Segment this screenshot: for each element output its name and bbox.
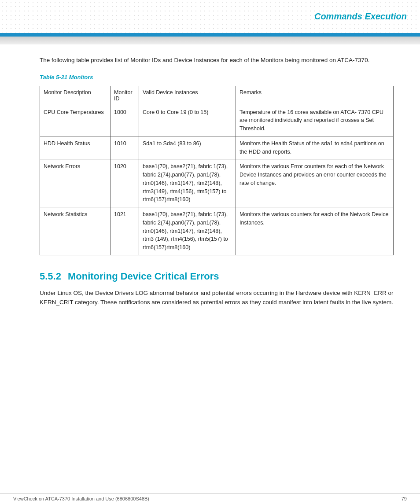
- page-title-area: Commands Execution: [314, 0, 420, 33]
- table-row: CPU Core Temperatures 1000 Core 0 to Cor…: [40, 105, 394, 136]
- intro-text: The following table provides list of Mon…: [40, 55, 394, 65]
- row3-valid-instances: base1(70), base2(71), fabric 1(73), fabr…: [139, 159, 236, 207]
- table-row: Network Statistics 1021 base1(70), base2…: [40, 207, 394, 255]
- section-number: 5.5.2: [40, 271, 61, 282]
- row3-description: Network Errors: [40, 159, 111, 207]
- main-content: The following table provides list of Mon…: [0, 47, 420, 325]
- row4-description: Network Statistics: [40, 207, 111, 255]
- table-caption: Table 5-21 Monitors: [40, 74, 394, 81]
- row1-monitor-id: 1000: [111, 105, 139, 136]
- row1-description: CPU Core Temperatures: [40, 105, 111, 136]
- row4-monitor-id: 1021: [111, 207, 139, 255]
- table-row: HDD Health Status 1010 Sda1 to Sda4 (83 …: [40, 136, 394, 159]
- footer: ViewCheck on ATCA-7370 Installation and …: [0, 493, 420, 504]
- header-pattern: Commands Execution: [0, 0, 420, 33]
- page-title: Commands Execution: [314, 11, 407, 22]
- row4-valid-instances: base1(70), base2(71), fabric 1(73), fabr…: [139, 207, 236, 255]
- section-title: Monitoring Device Critical Errors: [68, 271, 219, 282]
- row3-monitor-id: 1020: [111, 159, 139, 207]
- table-row: Network Errors 1020 base1(70), base2(71)…: [40, 159, 394, 207]
- row2-monitor-id: 1010: [111, 136, 139, 159]
- footer-right: 79: [402, 496, 407, 501]
- col-header-description: Monitor Description: [40, 86, 111, 105]
- section-heading: 5.5.2 Monitoring Device Critical Errors: [40, 271, 394, 282]
- monitor-table: Monitor Description MonitorID Valid Devi…: [40, 86, 394, 255]
- row1-valid-instances: Core 0 to Core 19 (0 to 15): [139, 105, 236, 136]
- footer-left: ViewCheck on ATCA-7370 Installation and …: [13, 496, 149, 501]
- section-body: Under Linux OS, the Device Drivers LOG a…: [40, 288, 394, 307]
- row4-remarks: Monitors the various counters for each o…: [236, 207, 394, 255]
- row1-remarks: Temperature of the 16 cores available on…: [236, 105, 394, 136]
- gray-accent: [0, 37, 420, 44]
- col-header-monitor-id: MonitorID: [111, 86, 139, 105]
- col-header-valid-instances: Valid Device Instances: [139, 86, 236, 105]
- row2-valid-instances: Sda1 to Sda4 (83 to 86): [139, 136, 236, 159]
- row3-remarks: Monitors the various Error counters for …: [236, 159, 394, 207]
- row2-remarks: Monitors the Health Status of the sda1 t…: [236, 136, 394, 159]
- row2-description: HDD Health Status: [40, 136, 111, 159]
- col-header-remarks: Remarks: [236, 86, 394, 105]
- blue-bar: [0, 33, 420, 37]
